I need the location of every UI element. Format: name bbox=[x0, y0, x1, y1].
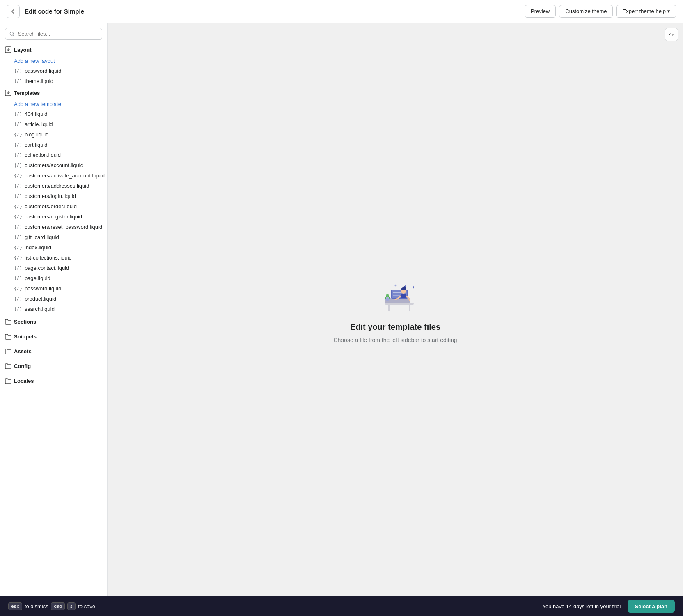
template-file-index[interactable]: {/}index.liquid bbox=[0, 242, 107, 253]
liquid-file-icon: {/} bbox=[14, 173, 22, 178]
templates-section-icon bbox=[5, 90, 11, 96]
svg-rect-4 bbox=[388, 305, 390, 311]
s-label: to save bbox=[78, 603, 95, 609]
expert-theme-help-button[interactable]: Expert theme help ▾ bbox=[616, 5, 676, 18]
template-file-blog[interactable]: {/}blog.liquid bbox=[0, 129, 107, 140]
template-file-404[interactable]: {/}404.liquid bbox=[0, 109, 107, 119]
liquid-file-icon: {/} bbox=[14, 296, 22, 301]
svg-rect-6 bbox=[389, 298, 410, 303]
liquid-file-icon: {/} bbox=[14, 234, 22, 240]
config-section-header[interactable]: Config bbox=[0, 359, 107, 373]
add-new-layout-link[interactable]: Add a new layout bbox=[0, 56, 107, 66]
esc-label: to dismiss bbox=[25, 603, 48, 609]
template-file-page-contact[interactable]: {/}page.contact.liquid bbox=[0, 263, 107, 273]
layout-file-theme[interactable]: {/} theme.liquid bbox=[0, 76, 107, 86]
liquid-file-icon: {/} bbox=[14, 142, 22, 147]
header-actions: Preview Customize theme Expert theme hel… bbox=[525, 5, 676, 18]
header: Edit code for Simple Preview Customize t… bbox=[0, 0, 683, 23]
cmd-key: cmd bbox=[51, 602, 65, 610]
template-file-customers-activate[interactable]: {/}customers/activate_account.liquid bbox=[0, 170, 107, 181]
expert-label: Expert theme help bbox=[622, 8, 666, 14]
layout-file-password[interactable]: {/} password.liquid bbox=[0, 66, 107, 76]
template-file-customers-reset[interactable]: {/}customers/reset_password.liquid bbox=[0, 222, 107, 232]
template-file-page[interactable]: {/}page.liquid bbox=[0, 273, 107, 283]
expand-icon bbox=[668, 31, 675, 38]
template-file-customers-addresses[interactable]: {/}customers/addresses.liquid bbox=[0, 181, 107, 191]
preview-button[interactable]: Preview bbox=[525, 5, 556, 18]
search-input-wrapper bbox=[5, 28, 102, 40]
template-file-cart[interactable]: {/}cart.liquid bbox=[0, 140, 107, 150]
search-box bbox=[0, 23, 107, 43]
welcome-illustration: ✦ ✦ bbox=[369, 276, 422, 317]
liquid-file-icon: {/} bbox=[14, 286, 22, 291]
locales-label: Locales bbox=[14, 378, 34, 384]
assets-label: Assets bbox=[14, 348, 32, 354]
liquid-file-icon: {/} bbox=[14, 265, 22, 271]
liquid-file-icon: {/} bbox=[14, 214, 22, 219]
main-content-area: ✦ ✦ Edit your template files Choose a fi… bbox=[108, 23, 683, 596]
svg-rect-11 bbox=[393, 295, 400, 296]
svg-rect-5 bbox=[409, 305, 410, 311]
liquid-file-icon: {/} bbox=[14, 111, 22, 117]
svg-rect-9 bbox=[393, 292, 401, 293]
liquid-file-icon: {/} bbox=[14, 122, 22, 127]
svg-point-15 bbox=[405, 285, 406, 287]
templates-section-header[interactable]: Templates bbox=[0, 86, 107, 99]
template-file-article[interactable]: {/}article.liquid bbox=[0, 119, 107, 129]
sidebar: Layout Add a new layout {/} password.liq… bbox=[0, 23, 108, 596]
welcome-area: ✦ ✦ Edit your template files Choose a fi… bbox=[333, 276, 457, 343]
back-icon bbox=[10, 8, 16, 15]
expand-button[interactable] bbox=[665, 28, 678, 41]
template-file-list-collections[interactable]: {/}list-collections.liquid bbox=[0, 253, 107, 263]
keyboard-shortcuts: esc to dismiss cmd s to save bbox=[8, 602, 95, 610]
liquid-file-icon: {/} bbox=[14, 224, 22, 230]
chevron-down-icon: ▾ bbox=[667, 8, 670, 14]
config-folder-icon bbox=[5, 363, 11, 369]
liquid-file-icon: {/} bbox=[14, 163, 22, 168]
esc-key: esc bbox=[8, 602, 22, 610]
template-file-customers-order[interactable]: {/}customers/order.liquid bbox=[0, 201, 107, 211]
bottom-bar: esc to dismiss cmd s to save You have 14… bbox=[0, 596, 683, 616]
main-layout: Layout Add a new layout {/} password.liq… bbox=[0, 23, 683, 596]
layout-section-header[interactable]: Layout bbox=[0, 43, 107, 56]
liquid-file-icon: {/} bbox=[14, 255, 22, 260]
liquid-file-icon: {/} bbox=[14, 132, 22, 137]
svg-point-12 bbox=[400, 294, 407, 298]
template-file-customers-register[interactable]: {/}customers/register.liquid bbox=[0, 211, 107, 222]
sections-section-header[interactable]: Sections bbox=[0, 314, 107, 329]
template-file-gift-card[interactable]: {/}gift_card.liquid bbox=[0, 232, 107, 242]
template-file-search[interactable]: {/}search.liquid bbox=[0, 304, 107, 314]
liquid-file-icon: {/} bbox=[14, 68, 22, 74]
config-label: Config bbox=[14, 363, 31, 369]
template-file-customers-account[interactable]: {/}customers/account.liquid bbox=[0, 160, 107, 170]
template-file-password[interactable]: {/}password.liquid bbox=[0, 283, 107, 294]
svg-point-20 bbox=[386, 294, 389, 297]
sections-label: Sections bbox=[14, 319, 36, 325]
liquid-file-icon: {/} bbox=[14, 276, 22, 281]
s-key: s bbox=[67, 602, 76, 610]
title-prefix: Edit code for bbox=[25, 8, 64, 15]
select-plan-button[interactable]: Select a plan bbox=[628, 600, 675, 613]
locales-section-header[interactable]: Locales bbox=[0, 373, 107, 388]
sections-folder-icon bbox=[5, 318, 11, 325]
search-input[interactable] bbox=[18, 31, 98, 37]
liquid-file-icon: {/} bbox=[14, 204, 22, 209]
layout-section-icon bbox=[5, 46, 11, 53]
page-title: Edit code for Simple bbox=[25, 8, 520, 15]
svg-text:✦: ✦ bbox=[394, 284, 397, 287]
liquid-file-icon: {/} bbox=[14, 245, 22, 250]
add-new-template-link[interactable]: Add a new template bbox=[0, 99, 107, 109]
trial-area: You have 14 days left in your trial Sele… bbox=[542, 600, 675, 613]
template-file-customers-login[interactable]: {/}customers/login.liquid bbox=[0, 191, 107, 201]
liquid-file-icon: {/} bbox=[14, 183, 22, 188]
liquid-file-icon: {/} bbox=[14, 306, 22, 312]
customize-theme-button[interactable]: Customize theme bbox=[559, 5, 613, 18]
layout-section-label: Layout bbox=[14, 47, 32, 53]
locales-folder-icon bbox=[5, 377, 11, 384]
template-file-collection[interactable]: {/}collection.liquid bbox=[0, 150, 107, 160]
template-file-product[interactable]: {/}product.liquid bbox=[0, 294, 107, 304]
assets-section-header[interactable]: Assets bbox=[0, 344, 107, 359]
trial-text: You have 14 days left in your trial bbox=[542, 603, 621, 609]
back-button[interactable] bbox=[7, 5, 20, 18]
snippets-section-header[interactable]: Snippets bbox=[0, 329, 107, 344]
